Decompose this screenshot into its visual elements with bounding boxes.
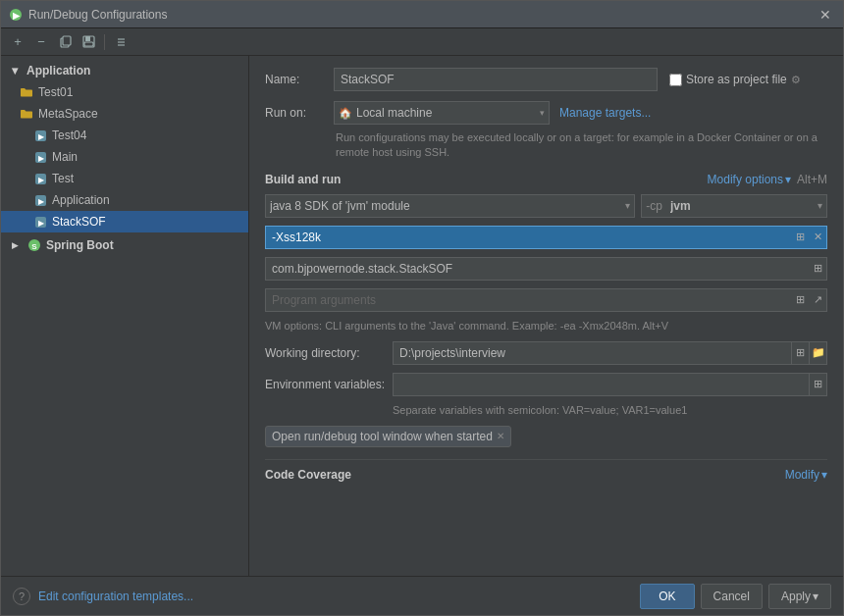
env-vars-row: Environment variables: ⊞ xyxy=(265,373,827,396)
cp-select[interactable]: jvm xyxy=(666,195,814,217)
working-dir-folder-btn[interactable]: 📁 xyxy=(809,342,826,364)
main-content: ▾ Application Test01 MetaS xyxy=(1,56,843,576)
build-run-title: Build and run xyxy=(265,173,341,186)
main-class-options-btn[interactable]: ⊞ xyxy=(809,258,826,280)
svg-text:▶: ▶ xyxy=(37,218,44,227)
move-config-button[interactable] xyxy=(110,31,132,53)
cancel-button[interactable]: Cancel xyxy=(701,584,763,609)
run-on-hint: Run configurations may be executed local… xyxy=(265,130,827,161)
program-args-wrapper[interactable]: ⊞ ↗ xyxy=(265,288,827,312)
env-vars-wrapper[interactable]: ⊞ xyxy=(393,373,827,396)
app-icon-test04: ▶ xyxy=(32,128,48,143)
svg-rect-5 xyxy=(85,36,90,41)
working-dir-browse-btn[interactable]: ⊞ xyxy=(791,342,809,364)
tree-item-test-label: Test xyxy=(52,172,74,185)
toolbar: + − xyxy=(1,28,843,56)
app-icon-application: ▶ xyxy=(32,192,48,208)
bottom-bar: ? Edit configuration templates... OK Can… xyxy=(1,576,843,615)
working-dir-wrapper[interactable]: ⊞ 📁 xyxy=(393,341,827,365)
tree-item-main-label: Main xyxy=(52,150,78,164)
tree-item-application[interactable]: ▶ Application xyxy=(1,189,248,211)
vm-args-options-btn[interactable]: ✕ xyxy=(809,227,826,248)
move-icon xyxy=(115,35,128,48)
jdk-select-wrapper[interactable]: java 8 SDK of 'jvm' module ▾ xyxy=(265,194,635,218)
title-bar: ▶ Run/Debug Configurations ✕ xyxy=(1,1,843,28)
working-dir-input[interactable] xyxy=(394,342,791,364)
working-dir-row: Working directory: ⊞ 📁 xyxy=(265,341,827,365)
vm-args-expand-btn[interactable]: ⊞ xyxy=(791,227,809,248)
section-application-label: Application xyxy=(26,64,90,77)
save-config-button[interactable] xyxy=(78,31,99,53)
save-icon xyxy=(82,35,95,48)
jdk-select[interactable]: java 8 SDK of 'jvm' module xyxy=(266,195,621,217)
name-row: Name: Store as project file ⚙ xyxy=(265,68,827,91)
run-on-dropdown-arrow: ▾ xyxy=(540,108,545,118)
gear-icon[interactable]: ⚙ xyxy=(791,74,801,86)
code-coverage-modify-link[interactable]: Modify ▾ xyxy=(785,468,827,482)
chip-close-btn[interactable]: ✕ xyxy=(497,431,504,441)
program-args-expand-btn[interactable]: ⊞ xyxy=(791,289,809,311)
cp-select-wrapper[interactable]: -cp jvm ▾ xyxy=(641,194,827,218)
tree-section-application[interactable]: ▾ Application xyxy=(1,60,248,81)
tree-item-test01[interactable]: Test01 xyxy=(1,81,248,103)
env-vars-input[interactable] xyxy=(394,374,809,395)
tree-item-main[interactable]: ▶ Main xyxy=(1,146,248,168)
run-on-select[interactable]: 🏠 Local machine ▾ xyxy=(334,101,550,125)
tree-section-springboot-label: Spring Boot xyxy=(46,238,114,252)
env-vars-label: Environment variables: xyxy=(265,378,393,391)
vm-hint-text: VM options: CLI arguments to the 'Java' … xyxy=(265,320,827,332)
bottom-right: OK Cancel Apply ▾ xyxy=(640,584,831,609)
program-args-input[interactable] xyxy=(266,289,791,311)
edit-templates-link[interactable]: Edit configuration templates... xyxy=(38,590,193,603)
close-button[interactable]: ✕ xyxy=(816,5,835,25)
run-on-label: Run on: xyxy=(265,106,334,120)
tree-item-metaspace[interactable]: MetaSpace xyxy=(1,103,248,125)
house-icon: 🏠 xyxy=(339,107,352,120)
tree-item-application-label: Application xyxy=(52,193,110,207)
tree-item-test04-label: Test04 xyxy=(52,128,86,142)
svg-rect-6 xyxy=(84,42,93,46)
store-as-project-checkbox[interactable] xyxy=(669,74,682,86)
app-icon-main: ▶ xyxy=(32,149,48,165)
manage-targets-link[interactable]: Manage targets... xyxy=(559,106,651,120)
code-coverage-modify-arrow: ▾ xyxy=(821,468,827,482)
ok-button[interactable]: OK xyxy=(640,584,694,609)
svg-rect-3 xyxy=(63,36,71,45)
code-coverage-section: Code Coverage Modify ▾ xyxy=(265,459,827,482)
run-on-value: Local machine xyxy=(356,106,536,120)
add-config-button[interactable]: + xyxy=(7,31,28,53)
copy-icon xyxy=(59,35,72,48)
program-args-options-btn[interactable]: ↗ xyxy=(809,289,826,311)
remove-config-button[interactable]: − xyxy=(30,31,52,53)
svg-text:▶: ▶ xyxy=(13,11,21,21)
bottom-left: ? Edit configuration templates... xyxy=(13,588,640,605)
main-class-row: ⊞ xyxy=(265,257,827,281)
vm-args-row: ⊞ ✕ xyxy=(265,226,827,249)
name-label: Name: xyxy=(265,73,334,86)
code-coverage-title: Code Coverage xyxy=(265,468,351,482)
modify-options-link[interactable]: Modify options ▾ Alt+M xyxy=(708,173,827,186)
svg-text:▶: ▶ xyxy=(37,175,44,183)
tree-item-test[interactable]: ▶ Test xyxy=(1,168,248,189)
tree-section-springboot[interactable]: ▸ S Spring Boot xyxy=(1,234,248,256)
help-button[interactable]: ? xyxy=(13,588,30,605)
app-icon-test: ▶ xyxy=(32,171,48,186)
copy-config-button[interactable] xyxy=(54,31,76,53)
jdk-dropdown-arrow: ▾ xyxy=(621,200,634,211)
code-coverage-modify-label: Modify xyxy=(785,468,819,482)
modify-options-arrow: ▾ xyxy=(785,173,791,186)
code-coverage-header-row: Code Coverage Modify ▾ xyxy=(265,468,827,482)
store-as-project-label: Store as project file xyxy=(686,73,787,86)
main-class-wrapper[interactable]: ⊞ xyxy=(265,257,827,281)
vm-args-input[interactable] xyxy=(266,227,791,248)
name-input[interactable] xyxy=(334,68,658,91)
env-vars-edit-btn[interactable]: ⊞ xyxy=(809,374,826,395)
vm-args-wrapper[interactable]: ⊞ ✕ xyxy=(265,226,827,249)
main-class-input[interactable] xyxy=(266,258,809,280)
app-icon-stacksof: ▶ xyxy=(32,214,48,230)
tree-item-stacksof[interactable]: ▶ StackSOF xyxy=(1,211,248,232)
run-on-row: Run on: 🏠 Local machine ▾ Manage targets… xyxy=(265,101,827,125)
tree-item-test04[interactable]: ▶ Test04 xyxy=(1,125,248,146)
jdk-cp-row: java 8 SDK of 'jvm' module ▾ -cp jvm ▾ xyxy=(265,194,827,218)
apply-button[interactable]: Apply ▾ xyxy=(768,584,831,609)
